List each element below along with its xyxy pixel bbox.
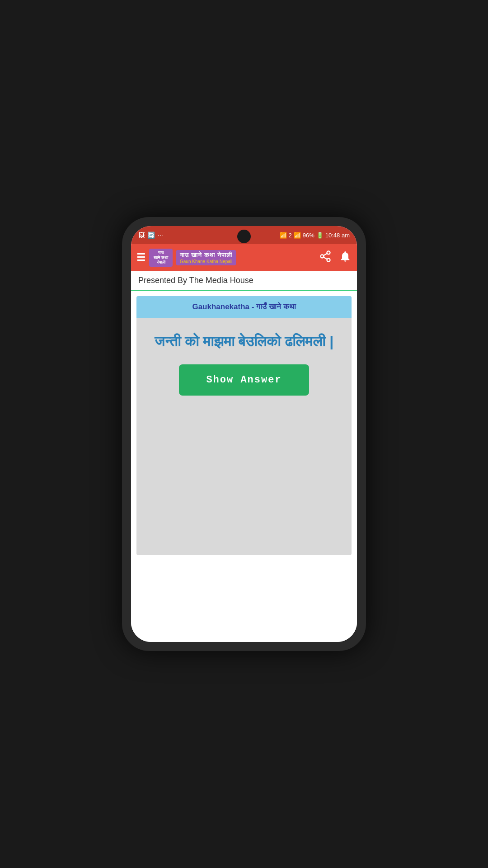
nav-bar: ☰ गाउ खाने कथा नेपाली गाउ खाने कथा नेपाल…	[131, 244, 357, 271]
card-body: जन्ती को माझमा बेउलिको ढलिमली | Show Ans…	[136, 318, 352, 405]
content-area: Presented By The Media House Gaukhanekat…	[131, 271, 357, 642]
svg-line-4	[324, 254, 327, 256]
notification-bell-icon[interactable]	[339, 250, 352, 265]
status-left-icons: 🖼 🔄 ···	[138, 231, 163, 239]
phone-frame: 🖼 🔄 ··· 📶 2 📶 96% 🔋 10:48 am ☰ गाउ खाने …	[122, 217, 366, 651]
riddle-question-text: जन्ती को माझमा बेउलिको ढलिमली |	[155, 331, 333, 352]
app-logo-text: गाउ	[158, 250, 164, 255]
hamburger-menu-icon[interactable]: ☰	[136, 252, 145, 264]
app-logo[interactable]: गाउ खाने कथा नेपाली	[149, 249, 173, 267]
show-answer-button[interactable]: Show Answer	[179, 364, 309, 396]
bottom-white-area	[131, 561, 357, 642]
phone-screen: 🖼 🔄 ··· 📶 2 📶 96% 🔋 10:48 am ☰ गाउ खाने …	[131, 226, 357, 642]
more-icon: ···	[158, 231, 163, 239]
image-icon: 🖼	[138, 231, 145, 239]
sync-icon: 🔄	[147, 231, 155, 239]
wifi-num: 2	[289, 232, 292, 239]
app-title-banner: गाउ खाने कथा नेपाली Gaun Khane Katha Nep…	[176, 250, 236, 265]
svg-line-3	[324, 257, 327, 259]
wifi-icon: 📶	[280, 232, 287, 239]
app-title-nepali: गाउ खाने कथा नेपाली	[180, 251, 232, 259]
battery-percent: 96%	[303, 232, 314, 239]
share-icon[interactable]	[319, 250, 332, 265]
app-title-english: Gaun Khane Katha Nepali	[180, 259, 232, 264]
time-display: 10:48 am	[325, 232, 350, 239]
signal-icon: 📶	[294, 232, 301, 239]
presenter-bar: Presented By The Media House	[131, 271, 357, 291]
nav-left: ☰ गाउ खाने कथा नेपाली गाउ खाने कथा नेपाल…	[136, 249, 236, 267]
camera-notch	[237, 230, 251, 243]
riddle-card: Gaukhanekatha - गाउँ खाने कथा जन्ती को म…	[136, 296, 352, 555]
status-right-info: 📶 2 📶 96% 🔋 10:48 am	[280, 232, 350, 239]
app-logo-text2: खाने कथा	[154, 255, 168, 260]
app-logo-text3: नेपाली	[157, 260, 165, 265]
battery-icon: 🔋	[316, 232, 324, 239]
nav-right	[319, 250, 352, 265]
card-header-text: Gaukhanekatha - गाउँ खाने कथा	[192, 302, 296, 311]
presenter-text: Presented By The Media House	[138, 276, 253, 285]
card-header: Gaukhanekatha - गाउँ खाने कथा	[136, 296, 352, 318]
